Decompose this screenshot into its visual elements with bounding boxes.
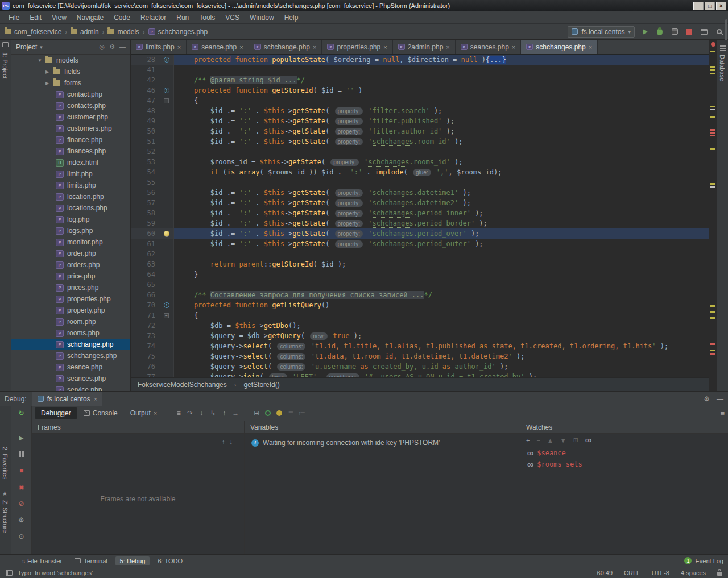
line-number[interactable]: 70 — [131, 300, 159, 310]
run-to-cursor-icon[interactable]: → — [230, 408, 241, 418]
code-text[interactable] — [174, 177, 709, 188]
code-text[interactable] — [174, 280, 709, 290]
code-text[interactable]: $rooms_id = $this->getState( property: '… — [174, 157, 709, 167]
maximize-button[interactable]: □ — [705, 2, 715, 10]
line-number[interactable]: 52 — [131, 147, 159, 157]
tree-item-properties-php[interactable]: Pproperties.php — [11, 293, 130, 305]
code-text[interactable]: $query->select( columns: 't1.id, t1.titl… — [174, 341, 709, 351]
code-line[interactable]: 60 $id .= ':' . $this->getState( propert… — [131, 228, 709, 239]
tab-console[interactable]: Console — [78, 407, 123, 419]
view-as-list-icon[interactable]: ≣ — [286, 408, 296, 418]
line-number[interactable]: 28 — [131, 55, 159, 65]
editor-tab-properties-php[interactable]: Pproperties.php× — [322, 40, 392, 54]
override-method-icon[interactable]: ↑ — [164, 57, 169, 63]
layout-settings-icon[interactable]: ≡ — [720, 409, 725, 418]
code-text[interactable]: $id .= ':' . $this->getState( property: … — [174, 218, 709, 228]
tree-item-logs-php[interactable]: Plogs.php — [11, 225, 130, 236]
code-text[interactable]: protected function getListQuery() — [174, 300, 709, 310]
settings-gear-icon[interactable]: ⚙ — [109, 43, 115, 51]
editor-breadcrumb-item[interactable]: getStoreId() — [243, 381, 279, 389]
code-text[interactable]: $id .= ':' . $this->getState( property: … — [174, 198, 709, 208]
run-config-select[interactable]: fs.local centos ▾ — [568, 26, 635, 38]
tab-output[interactable]: Output × — [125, 407, 163, 419]
chevron-right-icon[interactable]: ▶ — [46, 69, 52, 74]
tree-item-seance-php[interactable]: Pseance.php — [11, 361, 130, 373]
editor-tab-2admin-php[interactable]: P2admin.php× — [393, 40, 456, 54]
show-execution-point-icon[interactable]: ≡ — [173, 408, 184, 418]
close-icon[interactable]: × — [94, 396, 97, 402]
tree-item-monitor-php[interactable]: Pmonitor.php — [11, 236, 130, 248]
line-number[interactable]: 48 — [131, 106, 159, 116]
code-text[interactable]: $id .= ':' . $this->getState( property: … — [174, 126, 709, 136]
line-number[interactable]: 46 — [131, 85, 159, 95]
breadcrumb-item[interactable]: Pschchanges.php — [148, 28, 208, 36]
code-text[interactable]: $id .= ':' . $this->getState( property: … — [174, 239, 709, 249]
code-text[interactable]: $id .= ':' . $this->getState( property: … — [174, 188, 709, 198]
sidebar-item-favorites[interactable]: 2: Favorites — [2, 447, 9, 479]
editor-tab-seances-php[interactable]: Pseances.php× — [456, 40, 522, 54]
close-icon[interactable]: × — [512, 44, 515, 51]
rerun-button[interactable]: ↻ — [17, 409, 26, 418]
line-number[interactable]: 76 — [131, 361, 159, 372]
code-line[interactable]: 70↑ protected function getListQuery() — [131, 300, 709, 310]
tab-debugger[interactable]: Debugger — [35, 407, 77, 419]
code-text[interactable]: $id .= ':' . $this->getState( property: … — [174, 136, 709, 147]
toolwindow-button-terminal[interactable]: Terminal — [70, 556, 112, 565]
debug-button[interactable] — [655, 27, 664, 36]
duplicate-watch-button[interactable]: ⊞ — [573, 436, 578, 444]
tree-item-schchanges-php[interactable]: Pschchanges.php — [11, 350, 130, 361]
line-number[interactable]: 51 — [131, 136, 159, 147]
code-line[interactable]: 61 $id .= ':' . $this->getState( propert… — [131, 239, 709, 249]
inspection-status-icon[interactable] — [711, 42, 715, 47]
tree-item-forms[interactable]: ▶forms — [11, 77, 130, 89]
tree-item-locations-php[interactable]: Plocations.php — [11, 202, 130, 214]
line-number[interactable]: 42 — [131, 75, 159, 85]
line-number[interactable]: 63 — [131, 259, 159, 269]
code-line[interactable]: 58 $id .= ':' . $this->getState( propert… — [131, 208, 709, 218]
add-watch-button[interactable]: + — [526, 437, 530, 444]
sidebar-item-structure[interactable]: Z: Structure — [2, 500, 9, 533]
caret-position[interactable]: 60:49 — [597, 569, 613, 576]
tree-item-price-php[interactable]: Pprice.php — [11, 271, 130, 282]
line-number[interactable]: 47 — [131, 95, 159, 106]
line-number[interactable]: 41 — [131, 65, 159, 75]
tree-item-room-php[interactable]: Proom.php — [11, 316, 130, 327]
stop-debug-button[interactable]: ■ — [17, 466, 26, 475]
line-number[interactable]: 75 — [131, 351, 159, 361]
code-line[interactable]: 75 $query->select( columns: 't1.data, t1… — [131, 351, 709, 361]
menu-tools[interactable]: Tools — [194, 14, 220, 22]
menu-refactor[interactable]: Refactor — [135, 14, 171, 22]
title-bar[interactable]: PS com_fokservice [E:\#dev\joomla\fok_se… — [0, 0, 728, 11]
code-text[interactable]: $query->select( columns: 'u.username as … — [174, 361, 709, 372]
tree-item-fields[interactable]: ▶fields — [11, 66, 130, 77]
line-number[interactable]: 72 — [131, 321, 159, 331]
code-line[interactable]: 57 $id .= ':' . $this->getState( propert… — [131, 198, 709, 208]
code-line[interactable]: 54 if (is_array( $rooms_id )) $id .= ':'… — [131, 167, 709, 177]
tree-item-schchange-php[interactable]: Pschchange.php — [11, 339, 130, 350]
tree-item-customer-php[interactable]: Pcustomer.php — [11, 111, 130, 123]
step-over-icon[interactable]: ↷ — [185, 408, 195, 418]
line-number[interactable]: 58 — [131, 208, 159, 218]
toolwindow-layout-button[interactable] — [700, 27, 709, 36]
line-number[interactable]: 53 — [131, 157, 159, 167]
code-line[interactable]: 77 $query->join( type: 'LEFT', condition… — [131, 372, 709, 377]
error-stripe[interactable] — [709, 40, 717, 391]
locate-file-icon[interactable]: ◎ — [100, 43, 105, 51]
chevron-right-icon[interactable]: ▶ — [46, 81, 52, 86]
line-number[interactable]: 62 — [131, 249, 159, 259]
toolwindow-button-6-todo[interactable]: 6: TODO — [153, 556, 187, 565]
editor-breadcrumb-item[interactable]: FokserviceModelSchchanges — [138, 381, 227, 389]
settings-gear-icon[interactable]: ⚙ — [704, 395, 710, 403]
move-watch-down-button[interactable]: ▼ — [560, 437, 566, 444]
tree-item-prices-php[interactable]: Pprices.php — [11, 282, 130, 293]
close-icon[interactable]: × — [383, 44, 387, 51]
code-text[interactable]: if (is_array( $rooms_id )) $id .= ':' . … — [174, 167, 709, 177]
code-line[interactable]: 52 — [131, 147, 709, 157]
view-breakpoints-button[interactable]: ◉ — [17, 483, 26, 492]
line-number[interactable]: 71 — [131, 310, 159, 321]
close-button[interactable]: × — [716, 2, 726, 10]
menu-run[interactable]: Run — [171, 14, 194, 22]
menu-code[interactable]: Code — [109, 14, 135, 22]
code-line[interactable]: 63 return parent::getStoreId( $id ); — [131, 259, 709, 269]
close-icon[interactable]: × — [313, 44, 316, 51]
